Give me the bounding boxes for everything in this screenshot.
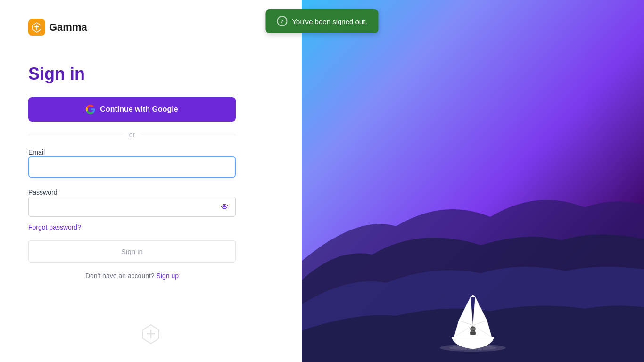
page-title: Sign in [28, 64, 236, 84]
sign-in-button[interactable]: Sign in [28, 240, 236, 263]
toggle-password-icon[interactable]: 👁 [221, 202, 229, 212]
google-signin-button[interactable]: Continue with Google [28, 97, 236, 122]
no-account-text: Don't have an account? [85, 272, 155, 280]
email-input[interactable] [28, 156, 236, 178]
form-container: Sign in Continue with Google or Email Pa… [28, 64, 236, 280]
divider-text: or [129, 131, 135, 139]
divider-left [28, 135, 124, 135]
google-icon [86, 105, 95, 114]
toast-message: You've been signed out. [292, 17, 367, 25]
forgot-password-link[interactable]: Forgot password? [28, 223, 236, 231]
check-icon: ✓ [277, 16, 287, 26]
background-illustration [302, 0, 644, 362]
left-panel: Gamma Sign in Continue with Google or Em… [0, 0, 302, 362]
signup-link[interactable]: Sign up [157, 272, 179, 280]
svg-rect-5 [470, 331, 476, 335]
svg-rect-7 [471, 328, 475, 330]
email-label: Email [28, 148, 45, 156]
password-field-group: Password 👁 [28, 188, 236, 217]
google-button-label: Continue with Google [100, 105, 178, 114]
password-wrapper: 👁 [28, 197, 236, 217]
password-input[interactable] [28, 197, 236, 217]
password-label: Password [28, 189, 57, 196]
divider-right [140, 135, 236, 135]
logo-area: Gamma [28, 19, 87, 36]
gamma-logo-icon [28, 19, 45, 36]
right-panel [302, 0, 644, 362]
logo-text: Gamma [49, 21, 87, 33]
signed-out-toast: ✓ You've been signed out. [265, 9, 378, 33]
bottom-watermark [139, 322, 163, 348]
email-field-group: Email [28, 148, 236, 186]
signup-text: Don't have an account? Sign up [28, 272, 236, 280]
divider: or [28, 131, 236, 139]
